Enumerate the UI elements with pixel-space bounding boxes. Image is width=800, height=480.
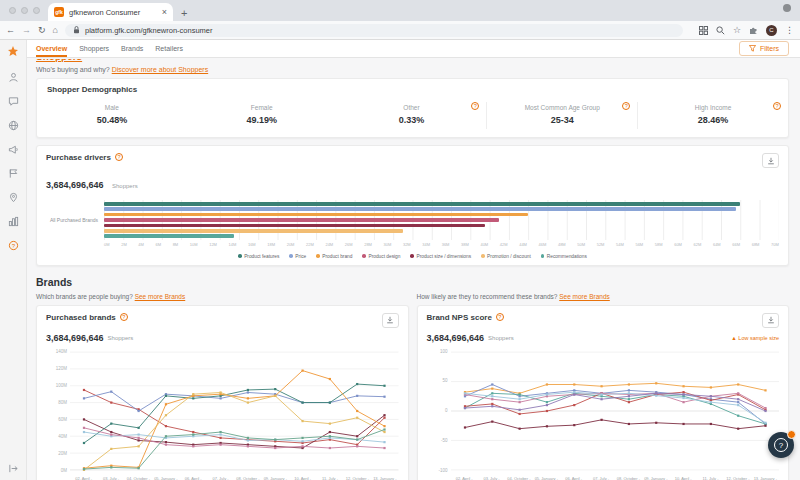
data-point (573, 424, 575, 426)
download-button[interactable] (762, 313, 779, 328)
axis-tick: 100 (440, 349, 448, 354)
data-point (301, 445, 303, 447)
tab-search-icon[interactable] (699, 26, 708, 35)
sidebar-help-icon[interactable]: ? (8, 240, 19, 251)
data-point (545, 393, 547, 395)
sidebar-flag-icon[interactable] (8, 168, 19, 179)
see-more-brands-link[interactable]: See more Brands (559, 293, 610, 300)
data-point (110, 401, 112, 403)
browser-tab[interactable]: gfk gfknewron Consumer × (48, 3, 173, 21)
purchase-drivers-title: Purchase drivers (46, 153, 111, 162)
see-more-brands-link[interactable]: See more Brands (135, 293, 186, 300)
download-button[interactable] (382, 313, 399, 328)
axis-tick: 16M (248, 242, 256, 247)
data-point (655, 421, 657, 423)
shoppers-count: 3,684,696,646 Shoppers (46, 333, 399, 343)
sidebar-chart-icon[interactable] (8, 216, 19, 227)
data-point (491, 383, 493, 385)
search-icon[interactable] (716, 26, 725, 35)
sidebar-chat-icon[interactable] (8, 96, 19, 107)
line-series-2 (464, 384, 765, 423)
data-point (600, 385, 602, 387)
data-point (491, 387, 493, 389)
info-icon[interactable]: ? (773, 102, 781, 110)
tab-brands[interactable]: Brands (121, 41, 143, 57)
data-point (301, 440, 303, 442)
gfknewron-app: ? Overview Shoppers Brands Retailers Fil… (0, 40, 800, 480)
line-y-axis: 140M120M100M80M60M40M20M0M (46, 347, 70, 475)
bar-price (104, 207, 736, 211)
legend-item: Product features (238, 254, 279, 259)
address-bar[interactable]: platform.gfk.com/gfknewron-consumer (65, 24, 683, 37)
axis-tick: -100 (438, 468, 447, 473)
data-point (219, 391, 221, 393)
tab-shoppers[interactable]: Shoppers (79, 41, 109, 57)
data-point (627, 395, 629, 397)
data-point (192, 393, 194, 395)
axis-tick: 30M (384, 242, 392, 247)
new-tab-button[interactable]: + (173, 7, 195, 21)
data-point (110, 433, 112, 435)
data-point (709, 386, 711, 388)
data-point (573, 393, 575, 395)
bar-product-features (104, 202, 740, 206)
data-point (83, 431, 85, 433)
tab-retailers[interactable]: Retailers (155, 41, 183, 57)
home-icon[interactable]: ⌂ (53, 25, 58, 35)
legend-dot (481, 254, 485, 258)
bar-product-size-dimensions (104, 224, 485, 228)
minimize-window-icon[interactable] (21, 7, 28, 14)
download-button[interactable] (762, 153, 779, 168)
data-point (764, 410, 766, 412)
data-point (682, 423, 684, 425)
data-point (600, 393, 602, 395)
browser-tab-bar: gfk gfknewron Consumer × + (0, 0, 800, 21)
profile-avatar[interactable]: C (766, 25, 777, 36)
sidebar-shoppers-icon[interactable] (8, 72, 19, 83)
reload-icon[interactable]: ↻ (38, 25, 46, 35)
bookmark-star-icon[interactable]: ☆ (733, 25, 741, 35)
data-point (329, 447, 331, 449)
window-controls[interactable] (0, 0, 48, 21)
data-point (737, 401, 739, 403)
axis-tick: 60M (674, 242, 682, 247)
sidebar-collapse-icon[interactable] (8, 463, 19, 474)
axis-tick: 26M (345, 242, 353, 247)
data-point (627, 389, 629, 391)
data-point (165, 414, 167, 416)
line-series-3 (84, 391, 385, 410)
sidebar-location-icon[interactable] (8, 192, 19, 203)
forward-icon[interactable]: → (22, 25, 31, 35)
sidebar-globe-icon[interactable] (8, 120, 19, 131)
browser-toolbar: ← → ↻ ⌂ platform.gfk.com/gfknewron-consu… (0, 21, 800, 40)
info-icon[interactable]: ? (115, 153, 123, 161)
discover-shoppers-link[interactable]: Discover more about Shoppers (112, 66, 209, 73)
data-point (192, 397, 194, 399)
close-window-icon[interactable] (9, 7, 16, 14)
lock-icon (73, 26, 80, 34)
brand-nps-card: Brand NPS score ? 3,684,696,646 Shoppers… (417, 305, 790, 480)
filters-button[interactable]: Filters (739, 41, 789, 56)
extensions-icon[interactable] (749, 26, 758, 35)
axis-tick: 48M (558, 242, 566, 247)
sidebar-megaphone-icon[interactable] (8, 144, 19, 155)
tab-overview[interactable]: Overview (36, 41, 67, 57)
data-point (138, 426, 140, 428)
data-point (165, 394, 167, 396)
stat-female: Female 49.19% (187, 102, 337, 129)
data-point (600, 418, 602, 420)
axis-tick: 12M (209, 242, 217, 247)
profile-dot-icon[interactable] (783, 4, 791, 12)
data-point (518, 427, 520, 429)
tab-close-icon[interactable]: × (162, 7, 167, 17)
menu-dots-icon[interactable]: ⋮ (785, 25, 794, 35)
data-point (600, 398, 602, 400)
data-point (545, 404, 547, 406)
info-icon[interactable]: ? (120, 313, 128, 321)
axis-tick: 2M (121, 242, 127, 247)
back-icon[interactable]: ← (6, 25, 15, 35)
help-fab-button[interactable]: ? (768, 432, 794, 458)
browser-window: gfk gfknewron Consumer × + ← → ↻ ⌂ platf… (0, 0, 800, 480)
info-icon[interactable]: ? (496, 313, 504, 321)
maximize-window-icon[interactable] (33, 7, 40, 14)
